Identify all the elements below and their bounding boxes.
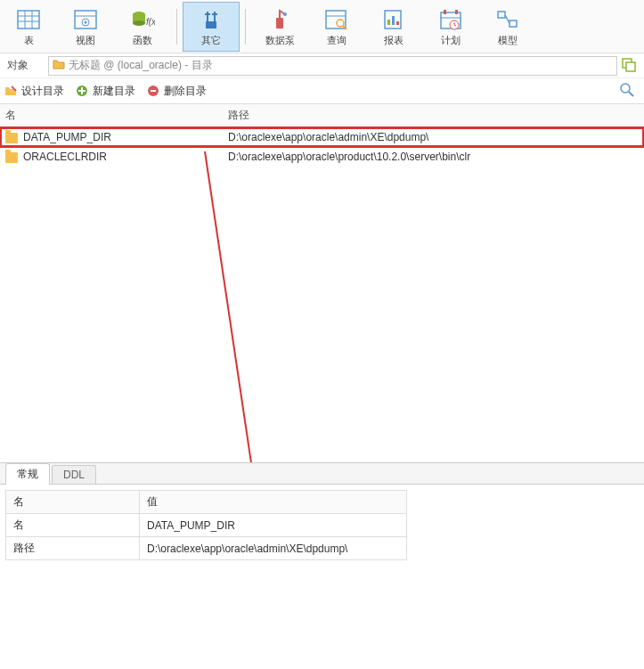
- svg-rect-26: [444, 10, 446, 14]
- toolbar-separator: [245, 9, 246, 45]
- svg-rect-22: [392, 16, 395, 25]
- toolbar-schedule[interactable]: 计划: [422, 2, 479, 52]
- svg-text:f(x): f(x): [146, 17, 155, 27]
- address-bar-row: 对象 无标题 @ (local_oracle) - 目录: [0, 53, 644, 78]
- prop-name: 名: [6, 514, 140, 537]
- toolbar-query[interactable]: 查询: [308, 2, 365, 52]
- toolbar-function[interactable]: f(x) 函数: [114, 2, 171, 52]
- toolbar-model-label: 模型: [498, 34, 518, 47]
- toolbar-model[interactable]: 模型: [479, 2, 536, 52]
- toolbar-table[interactable]: 表: [0, 2, 57, 52]
- folder-icon: [53, 59, 65, 72]
- delete-icon: [146, 84, 160, 98]
- toolbar-report-label: 报表: [384, 34, 404, 47]
- toolbar-other-label: 其它: [201, 34, 221, 47]
- prop-name: 路径: [6, 537, 140, 560]
- design-icon: [4, 84, 18, 98]
- prop-value: D:\oraclexe\app\oracle\admin\XE\dpdump\: [140, 537, 407, 560]
- svg-rect-29: [498, 12, 505, 18]
- svg-point-15: [283, 12, 287, 16]
- toolbar-function-label: 函数: [133, 34, 152, 47]
- toolbar-schedule-label: 计划: [441, 34, 461, 47]
- properties-table: 名 值 名 DATA_PUMP_DIR 路径 D:\oraclexe\app\o…: [5, 490, 407, 560]
- svg-rect-21: [387, 20, 390, 25]
- svg-rect-13: [206, 21, 216, 29]
- svg-point-18: [337, 20, 344, 27]
- action-bar: 设计目录 新建目录 删除目录: [0, 78, 644, 103]
- tab-ddl[interactable]: DDL: [52, 465, 96, 484]
- new-label: 新建目录: [93, 84, 135, 99]
- model-icon: [493, 7, 522, 32]
- svg-rect-32: [626, 62, 635, 71]
- report-icon: [379, 7, 408, 32]
- delete-label: 删除目录: [164, 84, 207, 99]
- toolbar-separator: [176, 9, 177, 45]
- cell-path: D:\oraclexe\app\oracle\product\10.2.0\se…: [223, 147, 644, 167]
- design-label: 设计目录: [21, 84, 64, 99]
- directory-table-wrap: 名 路径 DATA_PUMP_DIR D:\oraclexe\app\oracl…: [0, 103, 644, 451]
- prop-row[interactable]: 路径 D:\oraclexe\app\oracle\admin\XE\dpdum…: [6, 537, 407, 560]
- cell-name: ORACLECLRDIR: [23, 151, 107, 163]
- table-row[interactable]: ORACLECLRDIR D:\oraclexe\app\oracle\prod…: [0, 147, 644, 167]
- prop-header-name: 名: [6, 491, 140, 514]
- table-icon: [14, 7, 43, 32]
- add-icon: [75, 84, 89, 98]
- svg-rect-30: [509, 20, 517, 27]
- delete-directory-button[interactable]: 删除目录: [146, 84, 207, 99]
- svg-point-35: [621, 84, 630, 93]
- properties-panel: 常规 DDL 名 值 名 DATA_PUMP_DIR 路径 D:\oraclex…: [0, 462, 644, 669]
- col-header-name[interactable]: 名: [0, 104, 223, 127]
- refresh-icon[interactable]: [617, 56, 640, 75]
- prop-header-value: 值: [140, 491, 407, 514]
- toolbar-datapump[interactable]: 数据泵: [251, 2, 308, 52]
- new-directory-button[interactable]: 新建目录: [75, 84, 135, 99]
- toolbar-table-label: 表: [24, 34, 34, 47]
- object-label: 对象: [4, 58, 48, 73]
- svg-rect-0: [18, 11, 39, 29]
- toolbar-view[interactable]: 视图: [57, 2, 114, 52]
- folder-icon: [5, 152, 18, 163]
- toolbar-query-label: 查询: [327, 34, 346, 47]
- col-header-path[interactable]: 路径: [223, 104, 644, 127]
- toolbar-other[interactable]: 其它: [183, 2, 240, 52]
- svg-rect-23: [396, 21, 399, 25]
- other-icon: [197, 7, 225, 32]
- design-directory-button[interactable]: 设计目录: [4, 84, 64, 99]
- prop-value: DATA_PUMP_DIR: [140, 514, 407, 537]
- schedule-icon: [436, 7, 465, 32]
- view-icon: [71, 7, 100, 32]
- directory-table: 名 路径 DATA_PUMP_DIR D:\oraclexe\app\oracl…: [0, 103, 644, 167]
- search-icon[interactable]: [619, 82, 635, 101]
- datapump-icon: [265, 7, 294, 32]
- panel-tabs: 常规 DDL: [0, 463, 644, 485]
- query-icon: [322, 7, 351, 32]
- main-toolbar: 表 视图 f(x) 函数 其它 数据泵 查询 报表: [0, 0, 644, 53]
- cell-name: DATA_PUMP_DIR: [23, 131, 111, 143]
- function-icon: f(x): [128, 7, 157, 32]
- cell-path: D:\oraclexe\app\oracle\admin\XE\dpdump\: [223, 127, 644, 148]
- toolbar-report[interactable]: 报表: [365, 2, 422, 52]
- toolbar-view-label: 视图: [76, 34, 95, 47]
- svg-rect-27: [455, 10, 458, 14]
- folder-icon: [5, 133, 18, 143]
- address-text: 无标题 @ (local_oracle) - 目录: [69, 58, 213, 73]
- table-row[interactable]: DATA_PUMP_DIR D:\oraclexe\app\oracle\adm…: [0, 127, 644, 148]
- tab-general[interactable]: 常规: [5, 463, 50, 485]
- address-input[interactable]: 无标题 @ (local_oracle) - 目录: [48, 56, 617, 76]
- toolbar-datapump-label: 数据泵: [265, 34, 295, 47]
- svg-point-8: [85, 20, 87, 23]
- prop-row[interactable]: 名 DATA_PUMP_DIR: [6, 514, 407, 537]
- svg-rect-14: [276, 18, 283, 29]
- svg-point-11: [133, 20, 145, 26]
- svg-line-36: [629, 92, 633, 96]
